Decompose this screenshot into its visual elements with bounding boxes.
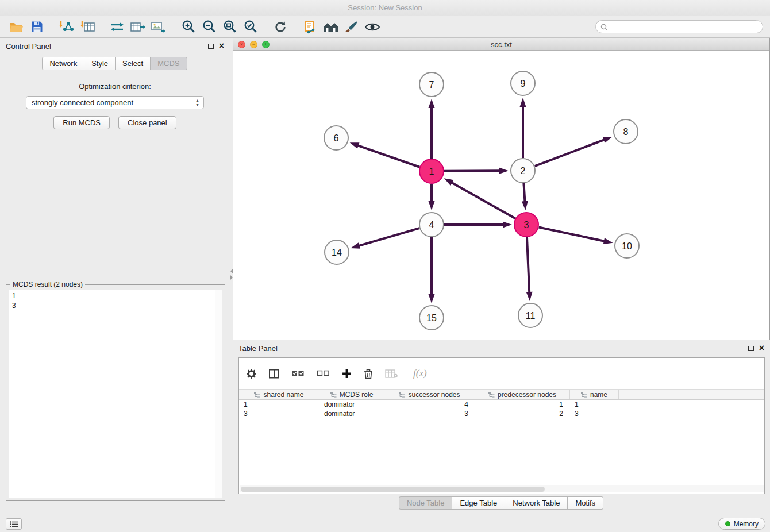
- table-row[interactable]: 3 dominator 3 2 3: [239, 409, 764, 418]
- column-header-predecessor-nodes[interactable]: predecessor nodes: [475, 390, 570, 399]
- column-header-shared-name[interactable]: shared name: [239, 390, 319, 399]
- copy-view-icon: [304, 20, 317, 34]
- tab-network-table[interactable]: Network Table: [505, 496, 568, 510]
- select-all-columns-button[interactable]: [291, 369, 305, 377]
- graph-edge-arrowhead: [503, 222, 512, 228]
- result-item[interactable]: 1: [12, 291, 211, 301]
- close-panel-button[interactable]: Close panel: [118, 116, 176, 129]
- zoom-selected-icon: [244, 20, 258, 34]
- unselect-all-columns-button[interactable]: [317, 369, 330, 377]
- tab-node-table[interactable]: Node Table: [399, 496, 453, 510]
- memory-button[interactable]: Memory: [718, 518, 765, 530]
- zoom-in-button[interactable]: [178, 18, 199, 36]
- show-details-button[interactable]: [362, 18, 383, 36]
- graph-edge-arrowhead: [499, 168, 509, 174]
- zoom-fit-button[interactable]: [220, 18, 240, 36]
- column-header-successor-nodes[interactable]: successor nodes: [384, 390, 475, 399]
- import-network-button[interactable]: [56, 18, 77, 36]
- tree-icon: [399, 392, 405, 398]
- style-brush-button[interactable]: [341, 18, 362, 36]
- show-columns-button[interactable]: [269, 369, 279, 379]
- delete-table-icon: [385, 369, 398, 378]
- delete-table-button[interactable]: [385, 369, 398, 378]
- table-header-row: shared name MCDS role successor nodes pr…: [239, 389, 764, 400]
- tab-motifs[interactable]: Motifs: [567, 496, 603, 510]
- apply-layout-button[interactable]: [321, 18, 341, 36]
- graph-edge-arrowhead: [351, 242, 360, 249]
- open-session-icon: [9, 21, 23, 33]
- column-header-name[interactable]: name: [570, 390, 619, 399]
- refresh-view-button[interactable]: [270, 18, 291, 36]
- mcds-result-list[interactable]: 1 3: [9, 290, 215, 498]
- tree-icon: [581, 392, 587, 398]
- status-bar: Memory: [0, 515, 770, 532]
- graph-node-label: 6: [334, 133, 339, 143]
- column-header-filler: [619, 390, 764, 399]
- scrollbar-thumb[interactable]: [241, 487, 545, 492]
- close-table-panel-icon[interactable]: ×: [759, 345, 764, 352]
- plus-icon: [342, 369, 352, 379]
- criterion-value: strongly connected component: [32, 98, 133, 107]
- network-view-window: × − + scc.txt 7968124314101511: [233, 38, 770, 340]
- import-table-button[interactable]: [77, 18, 98, 36]
- tab-style[interactable]: Style: [84, 57, 116, 70]
- mcds-result-group: MCDS result (2 nodes) 1 3: [6, 284, 225, 501]
- apply-layout-icon: [323, 21, 339, 33]
- graph-edge-1-2[interactable]: [444, 171, 500, 171]
- window-zoom-icon[interactable]: +: [262, 41, 270, 48]
- table-panel-title: Table Panel: [238, 344, 278, 353]
- table-settings-button[interactable]: [246, 368, 257, 379]
- graph-edge-2-8[interactable]: [535, 140, 605, 166]
- table-toolbar: f(x): [239, 358, 764, 389]
- graph-edge-1-6[interactable]: [357, 145, 419, 167]
- graph-edge-4-14[interactable]: [358, 228, 419, 246]
- control-panel: Control Panel × Network Style Select MCD…: [0, 38, 230, 515]
- window-minimize-icon[interactable]: −: [250, 41, 257, 48]
- close-panel-icon[interactable]: ×: [219, 43, 224, 49]
- export-image-button[interactable]: [148, 18, 169, 36]
- memory-label: Memory: [734, 520, 759, 528]
- graph-node-label: 10: [622, 241, 632, 251]
- network-window-title: scc.txt: [491, 40, 512, 49]
- search-input[interactable]: [595, 20, 763, 33]
- network-canvas-svg[interactable]: 7968124314101511: [233, 51, 769, 340]
- graph-edge-2-3[interactable]: [523, 183, 525, 202]
- graph-edge-3-11[interactable]: [527, 237, 529, 293]
- open-session-button[interactable]: [6, 18, 26, 36]
- dropdown-stepper-icon: ▲▼: [195, 98, 199, 107]
- zoom-in-icon: [182, 20, 196, 34]
- graph-edge-3-10[interactable]: [539, 228, 605, 241]
- table-horizontal-scrollbar[interactable]: [240, 485, 764, 492]
- zoom-selected-button[interactable]: [240, 18, 261, 36]
- export-table-button[interactable]: [128, 18, 148, 36]
- zoom-out-button[interactable]: [199, 18, 220, 36]
- task-history-button[interactable]: [6, 518, 22, 530]
- function-builder-button[interactable]: f(x): [413, 368, 427, 379]
- copy-view-button[interactable]: [300, 18, 321, 36]
- tree-icon: [488, 392, 495, 398]
- result-scrollbar[interactable]: [215, 290, 222, 498]
- graph-edge-3-1[interactable]: [451, 182, 515, 218]
- tab-select[interactable]: Select: [115, 57, 151, 70]
- criterion-dropdown[interactable]: strongly connected component ▲▼: [26, 96, 204, 109]
- save-session-button[interactable]: [26, 18, 47, 36]
- window-titlebar: Session: New Session: [0, 0, 770, 16]
- tab-edge-table[interactable]: Edge Table: [452, 496, 505, 510]
- run-mcds-button[interactable]: Run MCDS: [53, 116, 110, 129]
- graph-node-label: 3: [524, 220, 529, 230]
- create-column-button[interactable]: [342, 369, 352, 379]
- table-row[interactable]: 1 dominator 4 1 1: [239, 400, 764, 409]
- result-item[interactable]: 3: [12, 301, 211, 311]
- table-panel: Table Panel ×: [233, 340, 770, 515]
- float-panel-icon[interactable]: [208, 44, 214, 49]
- graph-node-label: 7: [429, 80, 434, 90]
- new-network-button[interactable]: [107, 18, 128, 36]
- window-close-icon[interactable]: ×: [238, 41, 245, 48]
- tab-network[interactable]: Network: [42, 57, 84, 70]
- column-header-mcds-role[interactable]: MCDS role: [319, 390, 384, 399]
- float-table-panel-icon[interactable]: [748, 346, 754, 351]
- delete-column-button[interactable]: [364, 368, 373, 379]
- graph-node-label: 1: [429, 167, 434, 176]
- tab-mcds[interactable]: MCDS: [150, 57, 187, 70]
- network-window-titlebar[interactable]: × − + scc.txt: [233, 38, 769, 51]
